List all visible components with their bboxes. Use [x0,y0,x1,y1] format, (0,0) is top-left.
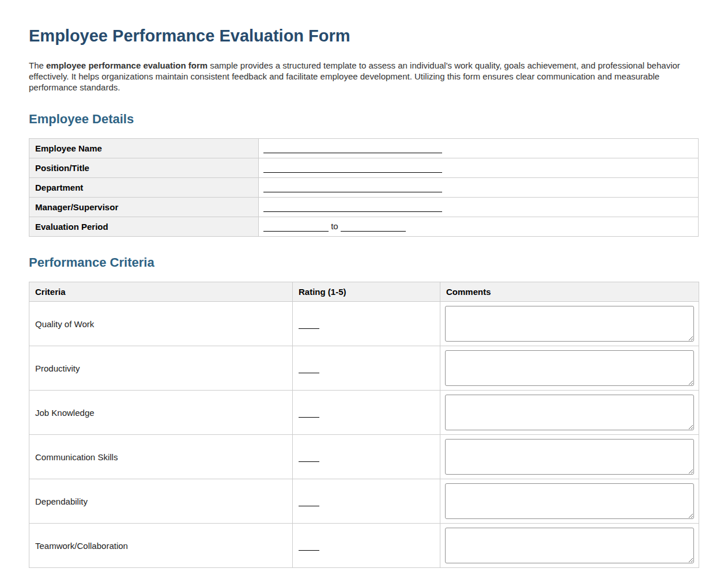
detail-row-employee-name: Employee Name [29,138,699,158]
comments-cell [440,391,699,435]
criteria-row-communication-skills: Communication Skills [29,435,699,479]
criteria-name: Teamwork/Collaboration [29,524,293,568]
comments-textarea-job-knowledge[interactable] [445,395,694,430]
comments-cell [440,346,699,391]
performance-criteria-heading: Performance Criteria [29,255,699,270]
fill-in-line [263,203,442,212]
detail-value-position-title [259,158,699,177]
criteria-row-job-knowledge: Job Knowledge [29,391,699,435]
criteria-row-quality-of-work: Quality of Work [29,302,699,346]
fill-in-line-period-start [263,223,329,232]
comments-cell [440,479,699,524]
detail-row-position-title: Position/Title [29,158,699,177]
detail-row-evaluation-period: Evaluation Period to [29,217,699,236]
performance-criteria-table: Criteria Rating (1-5) Comments Quality o… [29,282,699,568]
detail-row-manager-supervisor: Manager/Supervisor [29,197,699,217]
detail-value-employee-name [259,138,699,158]
column-header-criteria: Criteria [29,282,293,302]
column-header-rating: Rating (1-5) [293,282,440,302]
detail-label-department: Department [29,177,259,197]
rating-cell [293,435,440,479]
rating-cell [293,524,440,568]
comments-textarea-productivity[interactable] [445,350,694,386]
criteria-row-dependability: Dependability [29,479,699,524]
page-title: Employee Performance Evaluation Form [29,26,699,46]
criteria-row-productivity: Productivity [29,346,699,391]
comments-textarea-communication-skills[interactable] [445,439,694,475]
detail-label-employee-name: Employee Name [29,138,259,158]
fill-in-line-period-end [341,223,406,232]
detail-value-department [259,177,699,197]
comments-textarea-teamwork-collaboration[interactable] [445,528,694,563]
criteria-name: Communication Skills [29,435,293,479]
rating-fill-in-line [299,498,319,506]
criteria-row-teamwork-collaboration: Teamwork/Collaboration [29,524,699,568]
detail-label-position-title: Position/Title [29,158,259,177]
comments-cell [440,435,699,479]
detail-value-evaluation-period: to [259,217,699,236]
rating-cell [293,346,440,391]
evaluation-period-separator: to [331,221,338,231]
detail-value-manager-supervisor [259,197,699,217]
fill-in-line [263,164,442,173]
criteria-name: Job Knowledge [29,391,293,435]
comments-textarea-quality-of-work[interactable] [445,306,694,342]
criteria-name: Productivity [29,346,293,391]
rating-cell [293,302,440,346]
rating-fill-in-line [299,365,319,373]
comments-textarea-dependability[interactable] [445,483,694,519]
criteria-header-row: Criteria Rating (1-5) Comments [29,282,699,302]
intro-paragraph: The employee performance evaluation form… [29,60,699,93]
detail-row-department: Department [29,177,699,197]
comments-cell [440,524,699,568]
rating-cell [293,479,440,524]
detail-label-manager-supervisor: Manager/Supervisor [29,197,259,217]
rating-fill-in-line [299,320,319,329]
criteria-name: Dependability [29,479,293,524]
column-header-comments: Comments [440,282,699,302]
rating-cell [293,391,440,435]
detail-label-evaluation-period: Evaluation Period [29,217,259,236]
intro-bold-phrase: employee performance evaluation form [46,60,208,70]
fill-in-line [263,184,442,192]
criteria-name: Quality of Work [29,302,293,346]
rating-fill-in-line [299,453,319,462]
rating-fill-in-line [299,409,319,418]
comments-cell [440,302,699,346]
employee-details-table: Employee Name Position/Title Department … [29,138,699,237]
intro-prefix: The [29,60,46,70]
employee-details-heading: Employee Details [29,112,699,126]
fill-in-line [263,145,442,153]
form-page: Employee Performance Evaluation Form The… [0,26,728,568]
rating-fill-in-line [299,542,319,551]
